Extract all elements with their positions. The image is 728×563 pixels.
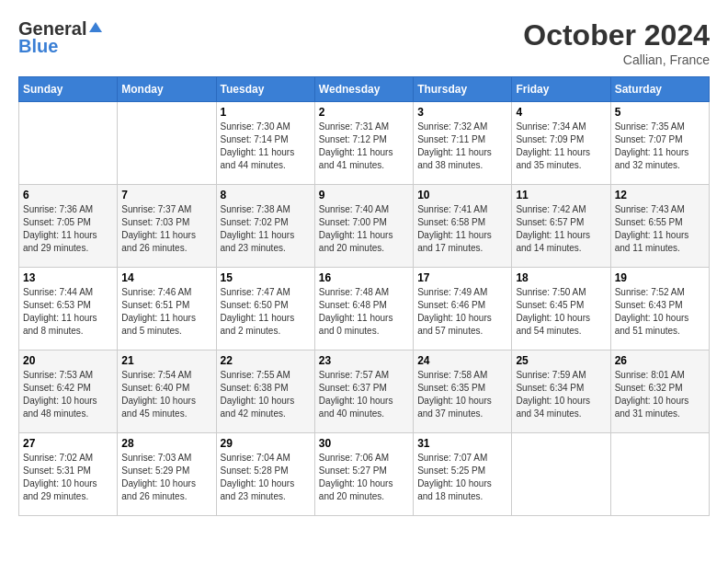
day-number: 29 bbox=[221, 437, 311, 450]
calendar-cell: 12Sunrise: 7:43 AMSunset: 6:55 PMDayligh… bbox=[610, 185, 709, 268]
day-number: 18 bbox=[516, 271, 606, 284]
calendar-cell: 29Sunrise: 7:04 AMSunset: 5:28 PMDayligh… bbox=[216, 433, 314, 516]
day-info: Sunrise: 7:48 AMSunset: 6:48 PMDaylight:… bbox=[319, 286, 409, 338]
day-info: Sunrise: 7:38 AMSunset: 7:02 PMDaylight:… bbox=[221, 203, 311, 255]
day-number: 27 bbox=[23, 437, 113, 450]
calendar-cell: 30Sunrise: 7:06 AMSunset: 5:27 PMDayligh… bbox=[314, 433, 413, 516]
calendar-week-row: 1Sunrise: 7:30 AMSunset: 7:14 PMDaylight… bbox=[19, 102, 710, 185]
calendar-cell bbox=[19, 102, 118, 185]
column-header-monday: Monday bbox=[118, 77, 216, 102]
calendar-header-row: SundayMondayTuesdayWednesdayThursdayFrid… bbox=[19, 77, 710, 102]
title-area: October 2024 Callian, France bbox=[523, 18, 710, 67]
day-number: 4 bbox=[516, 106, 606, 119]
day-number: 23 bbox=[319, 354, 409, 367]
day-number: 13 bbox=[23, 271, 113, 284]
day-info: Sunrise: 7:44 AMSunset: 6:53 PMDaylight:… bbox=[23, 286, 113, 338]
day-info: Sunrise: 7:31 AMSunset: 7:12 PMDaylight:… bbox=[319, 121, 409, 172]
calendar-cell: 17Sunrise: 7:49 AMSunset: 6:46 PMDayligh… bbox=[414, 268, 512, 350]
calendar-cell bbox=[610, 433, 709, 516]
calendar-cell: 26Sunrise: 8:01 AMSunset: 6:32 PMDayligh… bbox=[610, 350, 709, 433]
calendar-week-row: 20Sunrise: 7:53 AMSunset: 6:42 PMDayligh… bbox=[19, 350, 710, 433]
calendar-cell: 24Sunrise: 7:58 AMSunset: 6:35 PMDayligh… bbox=[414, 350, 512, 433]
day-number: 10 bbox=[417, 189, 507, 201]
day-info: Sunrise: 7:59 AMSunset: 6:34 PMDaylight:… bbox=[516, 369, 606, 420]
calendar-cell: 13Sunrise: 7:44 AMSunset: 6:53 PMDayligh… bbox=[19, 268, 118, 350]
column-header-friday: Friday bbox=[512, 77, 610, 102]
day-info: Sunrise: 7:07 AMSunset: 5:25 PMDaylight:… bbox=[417, 452, 507, 503]
calendar-cell: 23Sunrise: 7:57 AMSunset: 6:37 PMDayligh… bbox=[314, 350, 413, 433]
page-header: General Blue October 2024 Callian, Franc… bbox=[18, 18, 710, 67]
calendar-cell: 19Sunrise: 7:52 AMSunset: 6:43 PMDayligh… bbox=[610, 268, 709, 350]
day-info: Sunrise: 7:41 AMSunset: 6:58 PMDaylight:… bbox=[417, 203, 507, 255]
column-header-saturday: Saturday bbox=[610, 77, 709, 102]
calendar-cell: 16Sunrise: 7:48 AMSunset: 6:48 PMDayligh… bbox=[314, 268, 413, 350]
calendar-cell: 10Sunrise: 7:41 AMSunset: 6:58 PMDayligh… bbox=[414, 185, 512, 268]
calendar-cell: 2Sunrise: 7:31 AMSunset: 7:12 PMDaylight… bbox=[314, 102, 413, 185]
day-number: 6 bbox=[23, 189, 113, 201]
day-number: 7 bbox=[121, 189, 211, 201]
logo-triangle-icon bbox=[89, 22, 102, 32]
day-number: 15 bbox=[221, 271, 311, 284]
day-info: Sunrise: 7:03 AMSunset: 5:29 PMDaylight:… bbox=[121, 452, 211, 503]
day-number: 20 bbox=[23, 354, 113, 367]
day-number: 9 bbox=[319, 189, 409, 201]
day-info: Sunrise: 8:01 AMSunset: 6:32 PMDaylight:… bbox=[615, 369, 705, 420]
column-header-wednesday: Wednesday bbox=[314, 77, 413, 102]
day-number: 17 bbox=[417, 271, 507, 284]
day-info: Sunrise: 7:53 AMSunset: 6:42 PMDaylight:… bbox=[23, 369, 113, 420]
calendar-week-row: 6Sunrise: 7:36 AMSunset: 7:05 PMDaylight… bbox=[19, 185, 710, 268]
day-number: 21 bbox=[121, 354, 211, 367]
calendar-cell: 6Sunrise: 7:36 AMSunset: 7:05 PMDaylight… bbox=[19, 185, 118, 268]
day-number: 25 bbox=[516, 354, 606, 367]
location: Callian, France bbox=[523, 52, 710, 67]
month-title: October 2024 bbox=[523, 18, 710, 52]
calendar-cell: 15Sunrise: 7:47 AMSunset: 6:50 PMDayligh… bbox=[216, 268, 314, 350]
day-info: Sunrise: 7:54 AMSunset: 6:40 PMDaylight:… bbox=[121, 369, 211, 420]
logo: General Blue bbox=[18, 18, 102, 57]
day-info: Sunrise: 7:02 AMSunset: 5:31 PMDaylight:… bbox=[23, 452, 113, 503]
day-number: 24 bbox=[417, 354, 507, 367]
day-info: Sunrise: 7:55 AMSunset: 6:38 PMDaylight:… bbox=[221, 369, 311, 420]
day-number: 2 bbox=[319, 106, 409, 119]
day-number: 1 bbox=[221, 106, 311, 119]
day-number: 22 bbox=[221, 354, 311, 367]
calendar-table: SundayMondayTuesdayWednesdayThursdayFrid… bbox=[18, 76, 710, 516]
day-number: 5 bbox=[615, 106, 705, 119]
day-info: Sunrise: 7:34 AMSunset: 7:09 PMDaylight:… bbox=[516, 121, 606, 172]
day-info: Sunrise: 7:47 AMSunset: 6:50 PMDaylight:… bbox=[221, 286, 311, 338]
calendar-cell: 7Sunrise: 7:37 AMSunset: 7:03 PMDaylight… bbox=[118, 185, 216, 268]
calendar-cell bbox=[118, 102, 216, 185]
calendar-week-row: 27Sunrise: 7:02 AMSunset: 5:31 PMDayligh… bbox=[19, 433, 710, 516]
day-number: 8 bbox=[221, 189, 311, 201]
column-header-thursday: Thursday bbox=[414, 77, 512, 102]
day-info: Sunrise: 7:36 AMSunset: 7:05 PMDaylight:… bbox=[23, 203, 113, 255]
logo-blue-text: Blue bbox=[18, 36, 58, 57]
day-info: Sunrise: 7:43 AMSunset: 6:55 PMDaylight:… bbox=[615, 203, 705, 255]
day-info: Sunrise: 7:40 AMSunset: 7:00 PMDaylight:… bbox=[319, 203, 409, 255]
calendar-cell: 22Sunrise: 7:55 AMSunset: 6:38 PMDayligh… bbox=[216, 350, 314, 433]
calendar-cell: 1Sunrise: 7:30 AMSunset: 7:14 PMDaylight… bbox=[216, 102, 314, 185]
day-info: Sunrise: 7:50 AMSunset: 6:45 PMDaylight:… bbox=[516, 286, 606, 338]
calendar-week-row: 13Sunrise: 7:44 AMSunset: 6:53 PMDayligh… bbox=[19, 268, 710, 350]
day-number: 19 bbox=[615, 271, 705, 284]
day-info: Sunrise: 7:58 AMSunset: 6:35 PMDaylight:… bbox=[417, 369, 507, 420]
calendar-cell: 3Sunrise: 7:32 AMSunset: 7:11 PMDaylight… bbox=[414, 102, 512, 185]
day-number: 28 bbox=[121, 437, 211, 450]
day-number: 12 bbox=[615, 189, 705, 201]
calendar-cell: 8Sunrise: 7:38 AMSunset: 7:02 PMDaylight… bbox=[216, 185, 314, 268]
day-number: 26 bbox=[615, 354, 705, 367]
column-header-sunday: Sunday bbox=[19, 77, 118, 102]
day-info: Sunrise: 7:04 AMSunset: 5:28 PMDaylight:… bbox=[221, 452, 311, 503]
day-info: Sunrise: 7:46 AMSunset: 6:51 PMDaylight:… bbox=[121, 286, 211, 338]
calendar-cell: 31Sunrise: 7:07 AMSunset: 5:25 PMDayligh… bbox=[414, 433, 512, 516]
calendar-cell: 14Sunrise: 7:46 AMSunset: 6:51 PMDayligh… bbox=[118, 268, 216, 350]
day-number: 11 bbox=[516, 189, 606, 201]
day-info: Sunrise: 7:37 AMSunset: 7:03 PMDaylight:… bbox=[121, 203, 211, 255]
day-number: 3 bbox=[417, 106, 507, 119]
day-info: Sunrise: 7:32 AMSunset: 7:11 PMDaylight:… bbox=[417, 121, 507, 172]
calendar-cell: 5Sunrise: 7:35 AMSunset: 7:07 PMDaylight… bbox=[610, 102, 709, 185]
day-number: 14 bbox=[121, 271, 211, 284]
calendar-cell: 28Sunrise: 7:03 AMSunset: 5:29 PMDayligh… bbox=[118, 433, 216, 516]
calendar-cell: 4Sunrise: 7:34 AMSunset: 7:09 PMDaylight… bbox=[512, 102, 610, 185]
day-info: Sunrise: 7:57 AMSunset: 6:37 PMDaylight:… bbox=[319, 369, 409, 420]
